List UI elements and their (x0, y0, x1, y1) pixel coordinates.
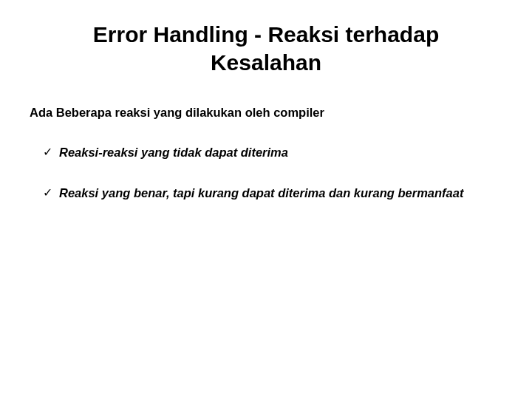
list-item: ✓ Reaksi-reaksi yang tidak dapat diterim… (43, 145, 502, 160)
list-item: ✓ Reaksi yang benar, tapi kurang dapat d… (43, 185, 502, 201)
slide-title: Error Handling - Reaksi terhadap Kesalah… (59, 21, 473, 76)
list-item-text: Reaksi yang benar, tapi kurang dapat dit… (59, 186, 463, 200)
list-item-text: Reaksi-reaksi yang tidak dapat diterima (59, 146, 288, 159)
check-icon: ✓ (43, 185, 52, 201)
check-icon: ✓ (43, 145, 52, 160)
slide: Error Handling - Reaksi terhadap Kesalah… (0, 0, 532, 399)
intro-text: Ada Beberapa reaksi yang dilakukan oleh … (30, 106, 502, 120)
bullet-list: ✓ Reaksi-reaksi yang tidak dapat diterim… (30, 145, 502, 202)
